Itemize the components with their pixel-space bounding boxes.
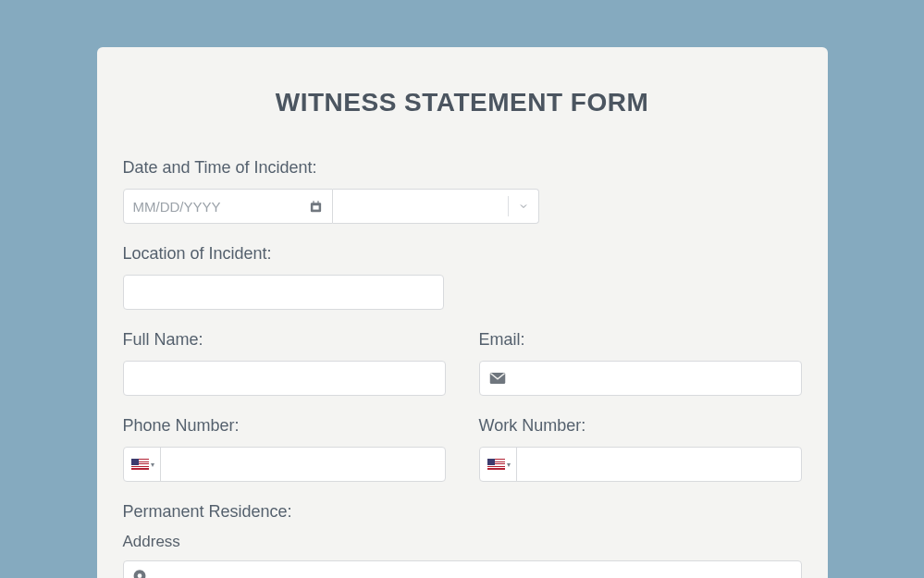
date-input-wrap[interactable]: [123, 189, 333, 224]
location-input[interactable]: [133, 276, 434, 309]
envelope-icon: [489, 372, 506, 385]
us-flag-icon: [487, 459, 505, 471]
workphone-country-select[interactable]: ▾: [480, 447, 517, 482]
field-residence: Permanent Residence: Address: [123, 502, 802, 578]
svg-point-5: [137, 573, 142, 578]
label-residence: Permanent Residence:: [123, 502, 802, 522]
field-datetime: Date and Time of Incident:: [123, 158, 802, 224]
time-input[interactable]: [342, 190, 518, 223]
date-input[interactable]: [133, 190, 309, 223]
label-email: Email:: [479, 330, 802, 350]
field-fullname: Full Name:: [123, 330, 446, 396]
address-input[interactable]: [154, 561, 792, 578]
chevron-down-icon: [518, 201, 529, 212]
time-select[interactable]: [333, 189, 539, 224]
calendar-icon: [309, 200, 323, 214]
us-flag-icon: [131, 459, 149, 471]
label-phone: Phone Number:: [123, 416, 446, 436]
phone-input[interactable]: [161, 448, 436, 481]
form-title: WITNESS STATEMENT FORM: [123, 88, 802, 117]
svg-rect-1: [312, 204, 319, 210]
time-divider: [508, 196, 509, 216]
workphone-input[interactable]: [517, 448, 792, 481]
label-fullname: Full Name:: [123, 330, 446, 350]
phone-country-select[interactable]: ▾: [124, 447, 161, 482]
fullname-input[interactable]: [133, 362, 436, 395]
chevron-down-icon: ▾: [151, 461, 154, 469]
label-datetime: Date and Time of Incident:: [123, 158, 802, 178]
fullname-input-wrap[interactable]: [123, 361, 446, 396]
map-pin-icon: [133, 570, 146, 578]
sublabel-address: Address: [123, 533, 802, 551]
email-input[interactable]: [513, 362, 792, 395]
phone-input-wrap[interactable]: ▾: [123, 447, 446, 482]
chevron-down-icon: ▾: [507, 461, 511, 469]
field-phone: Phone Number: ▾: [123, 416, 446, 482]
field-workphone: Work Number: ▾: [479, 416, 802, 482]
address-input-wrap[interactable]: [123, 560, 802, 578]
form-card: WITNESS STATEMENT FORM Date and Time of …: [97, 47, 828, 578]
location-input-wrap[interactable]: [123, 275, 444, 310]
workphone-input-wrap[interactable]: ▾: [479, 447, 802, 482]
label-location: Location of Incident:: [123, 244, 802, 264]
label-workphone: Work Number:: [479, 416, 802, 436]
email-input-wrap[interactable]: [479, 361, 802, 396]
field-email: Email:: [479, 330, 802, 396]
field-location: Location of Incident:: [123, 244, 802, 310]
